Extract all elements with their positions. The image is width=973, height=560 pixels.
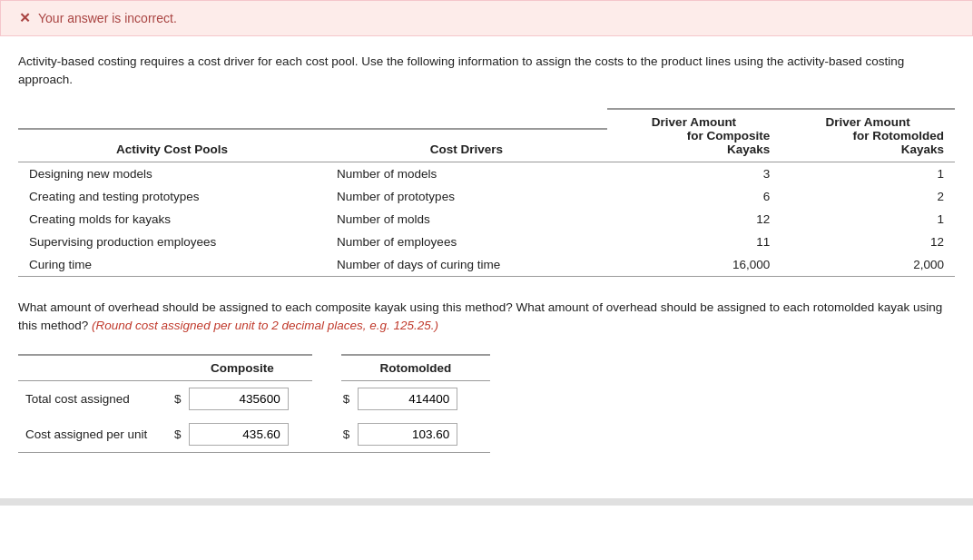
dollar-composite: $ bbox=[172, 381, 185, 418]
composite-input[interactable] bbox=[189, 388, 289, 410]
th-empty-driver bbox=[326, 109, 607, 129]
activity-cell: Supervising production employees bbox=[18, 231, 326, 253]
rotomolded-value-cell: 1 bbox=[781, 162, 955, 185]
driver-cell: Number of molds bbox=[326, 208, 607, 231]
driver-cell: Number of employees bbox=[326, 231, 607, 253]
composite-value-cell: 3 bbox=[607, 162, 781, 185]
assignment-table: Composite Rotomolded Total cost assigned… bbox=[18, 354, 490, 453]
rotomolded-value-cell: 2,000 bbox=[781, 253, 955, 277]
activity-cell: Curing time bbox=[18, 253, 326, 277]
th-blank bbox=[18, 355, 172, 381]
activity-row: Creating molds for kayaks Number of mold… bbox=[18, 208, 955, 231]
composite-value-cell: 11 bbox=[607, 231, 781, 253]
activity-cell: Creating molds for kayaks bbox=[18, 208, 326, 231]
th-rotomolded-bottom: for Rotomolded Kayaks bbox=[781, 129, 955, 162]
composite-value-cell: 12 bbox=[607, 208, 781, 231]
composite-value-cell: 6 bbox=[607, 185, 781, 208]
activity-cell: Designing new models bbox=[18, 162, 326, 185]
activity-cell: Creating and testing prototypes bbox=[18, 185, 326, 208]
separator-cell bbox=[312, 381, 341, 418]
th-rotomolded-top: Driver Amount bbox=[781, 109, 955, 129]
activity-row: Creating and testing prototypes Number o… bbox=[18, 185, 955, 208]
dollar-rotomolded: $ bbox=[341, 381, 355, 418]
th-rotomolded-header: Rotomolded bbox=[341, 355, 490, 381]
th-activity-label: Activity Cost Pools bbox=[18, 129, 326, 162]
th-composite-top: Driver Amount bbox=[607, 109, 781, 129]
composite-input[interactable] bbox=[189, 423, 289, 446]
th-driver-label: Cost Drivers bbox=[326, 129, 607, 162]
rotomolded-input-cell bbox=[354, 417, 490, 453]
rotomolded-value-cell: 2 bbox=[781, 185, 955, 208]
dollar-rotomolded: $ bbox=[341, 417, 355, 453]
separator-cell bbox=[312, 417, 341, 453]
activity-table-wrapper: Driver Amount Driver Amount Activity Cos… bbox=[18, 108, 955, 277]
rotomolded-input-cell bbox=[354, 381, 490, 418]
activity-table: Driver Amount Driver Amount Activity Cos… bbox=[18, 108, 955, 277]
composite-input-cell bbox=[185, 381, 312, 418]
assignment-table-wrapper: Composite Rotomolded Total cost assigned… bbox=[18, 354, 955, 453]
activity-row: Curing time Number of days of curing tim… bbox=[18, 253, 955, 277]
intro-text: Activity-based costing requires a cost d… bbox=[18, 53, 955, 90]
rotomolded-value-cell: 12 bbox=[781, 231, 955, 253]
th-composite-bottom: for Composite Kayaks bbox=[607, 129, 781, 162]
composite-value-cell: 16,000 bbox=[607, 253, 781, 277]
driver-cell: Number of days of curing time bbox=[326, 253, 607, 277]
activity-tbody: Designing new models Number of models 3 … bbox=[18, 162, 955, 276]
assignment-tbody: Total cost assigned $ $ Cost assigned pe… bbox=[18, 381, 490, 453]
driver-cell: Number of models bbox=[326, 162, 607, 185]
driver-cell: Number of prototypes bbox=[326, 185, 607, 208]
row-label: Cost assigned per unit bbox=[18, 417, 172, 453]
question-text: What amount of overhead should be assign… bbox=[18, 299, 955, 337]
activity-row: Designing new models Number of models 3 … bbox=[18, 162, 955, 185]
bottom-bar bbox=[0, 498, 973, 506]
cost-per-unit-row: Cost assigned per unit $ $ bbox=[18, 417, 490, 453]
row-label: Total cost assigned bbox=[18, 381, 172, 418]
total-cost-row: Total cost assigned $ $ bbox=[18, 381, 490, 418]
error-icon: ✕ bbox=[19, 10, 31, 26]
th-separator bbox=[312, 355, 341, 381]
dollar-composite: $ bbox=[172, 417, 185, 453]
rotomolded-input[interactable] bbox=[358, 388, 457, 410]
rotomolded-value-cell: 1 bbox=[781, 208, 955, 231]
alert-banner: ✕ Your answer is incorrect. bbox=[0, 0, 973, 36]
alert-message: Your answer is incorrect. bbox=[38, 11, 177, 25]
rotomolded-input[interactable] bbox=[358, 423, 457, 446]
composite-input-cell bbox=[185, 417, 312, 453]
th-composite-header: Composite bbox=[172, 355, 312, 381]
th-empty-activity bbox=[18, 109, 326, 129]
activity-row: Supervising production employees Number … bbox=[18, 231, 955, 253]
